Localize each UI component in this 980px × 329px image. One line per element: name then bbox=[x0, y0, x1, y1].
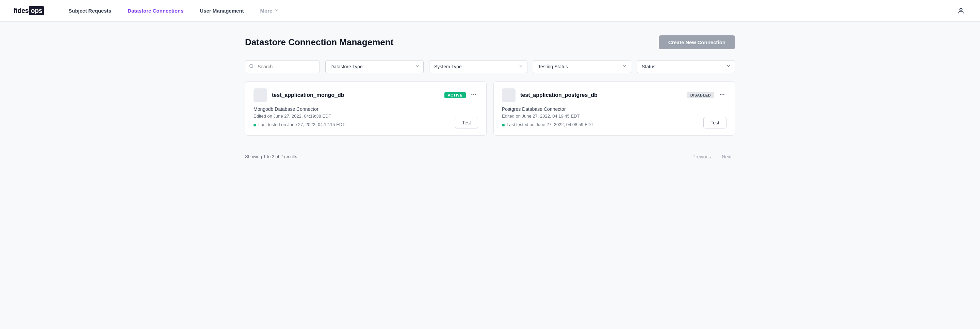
status-select-wrapper: Status bbox=[637, 60, 735, 73]
test-status-postgres: Last tested on June 27, 2022, 04:08:59 E… bbox=[502, 121, 593, 128]
main-nav: Subject Requests Datastore Connections U… bbox=[60, 1, 956, 21]
nav-item-subject-requests[interactable]: Subject Requests bbox=[60, 1, 119, 21]
search-icon bbox=[249, 64, 254, 70]
connection-card-mongo: test_application_mongo_db ACTIVE Mongodb… bbox=[245, 81, 487, 136]
card-badges-postgres: DISABLED bbox=[687, 91, 727, 100]
svg-point-8 bbox=[724, 94, 724, 95]
system-type-select[interactable]: System Type bbox=[429, 60, 527, 73]
pagination-controls: Previous Next bbox=[689, 152, 735, 161]
svg-point-7 bbox=[722, 94, 723, 95]
test-button-postgres[interactable]: Test bbox=[703, 117, 727, 128]
status-badge-disabled: DISABLED bbox=[687, 92, 714, 98]
page-title: Datastore Connection Management bbox=[245, 37, 393, 47]
nav-item-more[interactable]: More bbox=[252, 1, 288, 21]
nav-item-datastore-connections[interactable]: Datastore Connections bbox=[119, 1, 192, 21]
card-db-icon-mongo bbox=[253, 89, 267, 102]
create-connection-button[interactable]: Create New Connection bbox=[659, 35, 735, 49]
card-header-postgres: test_application_postgres_db DISABLED bbox=[502, 89, 727, 102]
card-meta-postgres: Postgres Database Connector Edited on Ju… bbox=[502, 105, 593, 128]
svg-point-0 bbox=[959, 8, 962, 11]
more-options-icon-postgres[interactable] bbox=[718, 91, 727, 100]
svg-point-6 bbox=[720, 94, 721, 95]
datastore-type-select-wrapper: Datastore Type bbox=[325, 60, 424, 73]
card-db-icon-postgres bbox=[502, 89, 515, 102]
more-options-icon-mongo[interactable] bbox=[469, 91, 478, 100]
search-input[interactable] bbox=[245, 60, 320, 73]
last-tested-mongo: Last tested on June 27, 2022, 04:12:15 E… bbox=[258, 121, 345, 128]
connection-card-postgres: test_application_postgres_db DISABLED Po… bbox=[493, 81, 735, 136]
card-name-mongo: test_application_mongo_db bbox=[272, 92, 344, 98]
card-header-mongo: test_application_mongo_db ACTIVE bbox=[253, 89, 478, 102]
card-name-postgres: test_application_postgres_db bbox=[520, 92, 598, 98]
datastore-type-select[interactable]: Datastore Type bbox=[325, 60, 424, 73]
card-badges-mongo: ACTIVE bbox=[444, 91, 478, 100]
status-select[interactable]: Status bbox=[637, 60, 735, 73]
edited-on-mongo: Edited on June 27, 2022, 04:19:38 EDT bbox=[253, 113, 345, 120]
connections-grid: test_application_mongo_db ACTIVE Mongodb… bbox=[245, 81, 735, 136]
test-button-mongo[interactable]: Test bbox=[455, 117, 478, 128]
last-tested-postgres: Last tested on June 27, 2022, 04:08:59 E… bbox=[507, 121, 593, 128]
connector-type-mongo: Mongodb Database Connector bbox=[253, 105, 345, 113]
svg-point-5 bbox=[475, 94, 476, 95]
page-content: Datastore Connection Management Create N… bbox=[231, 22, 749, 172]
system-type-select-wrapper: System Type bbox=[429, 60, 527, 73]
logo[interactable]: fidesops bbox=[14, 6, 44, 15]
nav-item-user-management[interactable]: User Management bbox=[192, 1, 252, 21]
pagination-row: Showing 1 to 2 of 2 results Previous Nex… bbox=[245, 147, 735, 172]
next-button[interactable]: Next bbox=[718, 152, 735, 161]
svg-point-3 bbox=[471, 94, 472, 95]
logo-text-start: fides bbox=[14, 7, 29, 14]
status-badge-active: ACTIVE bbox=[444, 92, 466, 98]
more-label: More bbox=[260, 8, 272, 14]
card-title-group-postgres: test_application_postgres_db bbox=[502, 89, 598, 102]
svg-point-1 bbox=[250, 64, 253, 67]
user-avatar-icon[interactable] bbox=[956, 5, 966, 16]
card-body-mongo: Mongodb Database Connector Edited on Jun… bbox=[253, 105, 478, 128]
showing-results-text: Showing 1 to 2 of 2 results bbox=[245, 154, 297, 159]
chevron-down-icon bbox=[274, 8, 279, 14]
search-wrapper bbox=[245, 60, 320, 73]
edited-on-postgres: Edited on June 27, 2022, 04:19:45 EDT bbox=[502, 113, 593, 120]
topbar: fidesops Subject Requests Datastore Conn… bbox=[0, 0, 980, 22]
filters-bar: Datastore Type System Type Testing Statu… bbox=[245, 60, 735, 73]
test-status-mongo: Last tested on June 27, 2022, 04:12:15 E… bbox=[253, 121, 345, 128]
card-meta-mongo: Mongodb Database Connector Edited on Jun… bbox=[253, 105, 345, 128]
testing-status-select-wrapper: Testing Status bbox=[533, 60, 631, 73]
connector-type-postgres: Postgres Database Connector bbox=[502, 105, 593, 113]
testing-status-select[interactable]: Testing Status bbox=[533, 60, 631, 73]
page-header: Datastore Connection Management Create N… bbox=[245, 35, 735, 49]
status-dot-green-mongo bbox=[253, 124, 256, 127]
topbar-user-area bbox=[956, 5, 966, 16]
svg-point-4 bbox=[473, 94, 474, 95]
logo-text-highlight: ops bbox=[29, 6, 44, 15]
card-body-postgres: Postgres Database Connector Edited on Ju… bbox=[502, 105, 727, 128]
card-title-group-mongo: test_application_mongo_db bbox=[253, 89, 344, 102]
previous-button[interactable]: Previous bbox=[689, 152, 714, 161]
svg-line-2 bbox=[253, 67, 253, 68]
status-dot-green-postgres bbox=[502, 124, 504, 127]
